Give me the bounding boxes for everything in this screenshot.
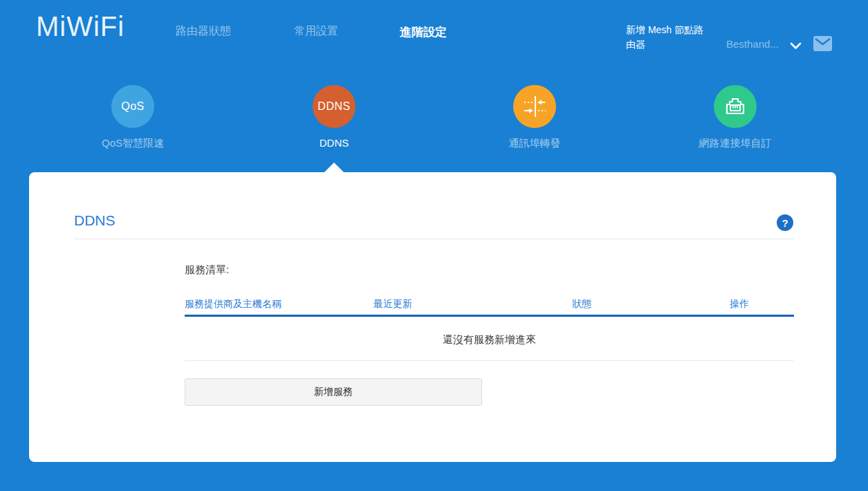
col-status: 狀態	[572, 298, 730, 311]
service-list-label: 服務清單:	[185, 263, 229, 277]
title-divider	[74, 239, 794, 239]
qos-badge-text: QoS	[121, 100, 145, 113]
tab-ddns-label: DDNS	[320, 137, 349, 149]
empty-table-message: 還沒有服務新增進來	[185, 333, 794, 346]
add-service-button[interactable]: 新增服務	[185, 378, 482, 406]
tab-qos-label: QoS智慧限速	[102, 137, 164, 150]
col-last-update: 最近更新	[373, 298, 572, 311]
table-header-rule	[185, 315, 794, 317]
nav-common-settings[interactable]: 常用設置	[294, 24, 338, 39]
miwifi-logo: MiWiFi	[36, 11, 124, 42]
port-forward-icon	[513, 85, 556, 128]
ddns-badge-text: DDNS	[317, 100, 350, 113]
col-actions: 操作	[730, 298, 794, 311]
tab-ddns[interactable]: DDNS DDNS	[258, 85, 410, 149]
chevron-down-icon[interactable]	[790, 40, 802, 53]
tab-qos[interactable]: QoS QoS智慧限速	[57, 85, 209, 150]
table-bottom-divider	[185, 360, 794, 361]
add-mesh-node-link[interactable]: 新增 Mesh 節點路由器	[626, 23, 709, 52]
tab-lan-port-custom-label: 網路連接埠自訂	[699, 137, 772, 150]
nav-router-status[interactable]: 路由器狀態	[176, 24, 231, 39]
tab-lan-port-custom[interactable]: 網路連接埠自訂	[659, 85, 811, 150]
col-provider-host: 服務提供商及主機名稱	[185, 298, 373, 311]
tab-port-forwarding-label: 通訊埠轉發	[509, 137, 561, 150]
mail-icon[interactable]	[813, 36, 832, 54]
service-table-header: 服務提供商及主機名稱 最近更新 狀態 操作	[185, 298, 794, 311]
nav-advanced-settings[interactable]: 進階設定	[400, 24, 447, 40]
ddns-badge: DDNS	[313, 85, 355, 128]
ethernet-port-icon	[714, 85, 757, 128]
help-icon[interactable]: ?	[777, 214, 793, 231]
card-notch-pointer	[324, 163, 344, 172]
tab-port-forwarding[interactable]: 通訊埠轉發	[459, 85, 611, 150]
ddns-panel: DDNS ? 服務清單: 服務提供商及主機名稱 最近更新 狀態 操作 還沒有服務…	[29, 172, 836, 462]
qos-badge: QoS	[111, 85, 154, 128]
page-title: DDNS	[74, 212, 116, 229]
device-name-dropdown[interactable]: Besthand...	[726, 38, 779, 50]
